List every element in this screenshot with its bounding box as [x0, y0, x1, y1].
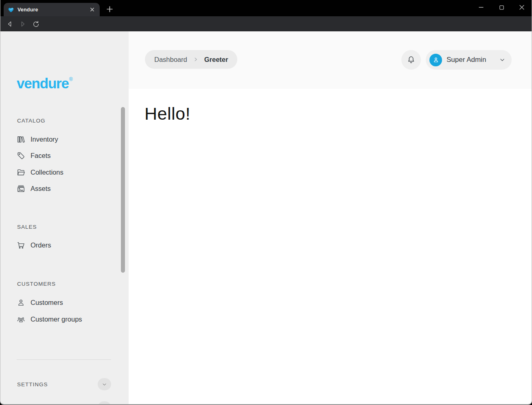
- sidebar-item-label: Collections: [31, 169, 63, 176]
- sidebar-divider: [17, 359, 111, 360]
- sidebar-item-customer-groups[interactable]: Customer groups: [17, 311, 111, 327]
- chevron-down-icon: [101, 381, 107, 387]
- reload-button[interactable]: [31, 19, 41, 29]
- sidebar-item-inventory[interactable]: Inventory: [17, 131, 111, 147]
- minimize-button[interactable]: [475, 2, 487, 13]
- sidebar-item-label: Orders: [31, 241, 51, 249]
- sidebar-item-orders[interactable]: Orders: [17, 237, 111, 253]
- vendure-admin-app: vendure® CATALOG Inventory: [0, 31, 532, 404]
- sidebar-item-label: Assets: [31, 185, 51, 193]
- sidebar-item-assets[interactable]: Assets: [17, 180, 111, 197]
- main-area: Dashboard Greeter: [129, 31, 532, 404]
- back-button[interactable]: [4, 19, 15, 29]
- breadcrumb-dashboard[interactable]: Dashboard: [154, 56, 187, 63]
- bell-icon: [407, 55, 416, 64]
- sidebar-item-label: Inventory: [31, 136, 58, 143]
- chevron-down-icon: [499, 56, 506, 63]
- greeting-text: Hello!: [144, 104, 190, 124]
- sidebar-section-system: SYSTEM: [17, 401, 111, 405]
- user-icon: [432, 56, 440, 63]
- sidebar-section-settings: SETTINGS: [17, 377, 111, 391]
- tab-close-icon[interactable]: [88, 6, 96, 13]
- chevron-right-icon: [193, 56, 199, 63]
- section-label-customers: CUSTOMERS: [17, 281, 56, 287]
- forward-button[interactable]: [18, 19, 28, 29]
- section-label-settings: SETTINGS: [17, 381, 48, 387]
- sidebar-item-collections[interactable]: Collections: [17, 164, 111, 180]
- tab-title: Vendure: [18, 7, 85, 13]
- notifications-button[interactable]: [401, 50, 421, 70]
- page-header: Dashboard Greeter: [129, 31, 532, 89]
- maximize-button[interactable]: [496, 2, 507, 13]
- sidebar-item-label: Customer groups: [31, 315, 82, 323]
- breadcrumb-greeter: Greeter: [204, 56, 228, 63]
- library-icon: [17, 135, 25, 144]
- vendure-favicon-icon: [8, 7, 14, 13]
- sidebar: vendure® CATALOG Inventory: [0, 31, 129, 404]
- vendure-logo-text: vendure: [17, 75, 69, 91]
- tag-icon: [17, 151, 25, 160]
- user-menu-button[interactable]: Super Admin: [426, 50, 512, 70]
- sidebar-item-customers[interactable]: Customers: [17, 294, 111, 311]
- section-label-sales: SALES: [17, 224, 37, 230]
- users-group-icon: [17, 315, 25, 324]
- image-icon: [17, 184, 25, 193]
- sidebar-scrollbar[interactable]: [121, 107, 125, 273]
- section-label-catalog: CATALOG: [17, 118, 46, 124]
- new-tab-button[interactable]: [105, 4, 114, 14]
- breadcrumb: Dashboard Greeter: [145, 50, 237, 69]
- folder-open-icon: [17, 168, 25, 177]
- browser-tab[interactable]: Vendure: [4, 3, 100, 16]
- browser-toolbar: ! localhost:3000/admin/extensions/greet: [0, 16, 532, 31]
- settings-expand-button[interactable]: [98, 378, 111, 390]
- user-name: Super Admin: [447, 56, 494, 64]
- sidebar-item-label: Facets: [31, 152, 51, 160]
- sidebar-item-facets[interactable]: Facets: [17, 147, 111, 164]
- shopping-cart-icon: [17, 241, 25, 250]
- window-controls: [475, 2, 528, 13]
- vendure-logo[interactable]: vendure®: [17, 75, 72, 92]
- close-button[interactable]: [516, 2, 528, 13]
- user-avatar: [429, 54, 442, 66]
- tab-strip: Vendure: [0, 0, 532, 16]
- browser-window: Vendure: [0, 0, 532, 405]
- user-icon: [17, 298, 25, 307]
- registered-mark: ®: [69, 77, 72, 82]
- sidebar-item-label: Customers: [31, 299, 63, 306]
- system-expand-button[interactable]: [98, 401, 111, 405]
